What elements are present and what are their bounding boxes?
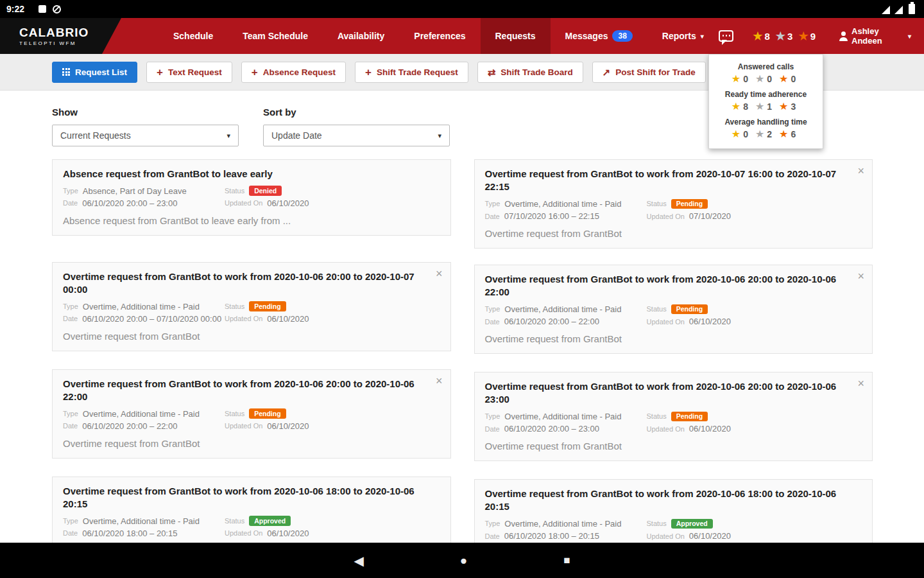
back-button[interactable]: ◀	[354, 554, 363, 567]
grid-icon	[62, 68, 70, 76]
close-icon[interactable]: ×	[857, 165, 864, 177]
nav-item-requests[interactable]: Requests	[481, 18, 551, 54]
silver-star-icon: ★	[755, 74, 764, 84]
status-label: Status	[225, 302, 244, 310]
request-column-left: Absence request from GrantBot to leave e…	[52, 159, 451, 578]
type-value: Overtime, Additional time - Paid	[504, 199, 621, 209]
requests-page: Show Current Requests ▾ Sort by Update D…	[0, 91, 924, 578]
messages-count-badge: 38	[612, 30, 632, 42]
android-status-bar: 9:22	[0, 0, 924, 18]
text-request-button[interactable]: + Text Request	[146, 62, 232, 83]
home-button[interactable]: ●	[460, 554, 467, 566]
request-card[interactable]: × Overtime request from GrantBot to work…	[474, 159, 873, 249]
chevron-down-icon: ▾	[227, 132, 230, 140]
status-badge: Denied	[249, 186, 282, 196]
sort-filter-value: Update Date	[271, 130, 322, 141]
show-filter-select[interactable]: Current Requests ▾	[52, 125, 239, 146]
gamification-row-scores: ★ 8 ★ 1 ★ 3	[714, 101, 817, 112]
nav-item-availability[interactable]: Availability	[323, 18, 399, 54]
gamification-panel: Answered calls ★ 0 ★ 0 ★ 0 Ready time ad…	[708, 54, 823, 149]
date-label: Date	[485, 532, 500, 540]
silver-star-icon: ★	[755, 101, 764, 112]
plus-icon: +	[252, 67, 258, 78]
nav-item-schedule[interactable]: Schedule	[158, 18, 228, 54]
sort-filter-select[interactable]: Update Date ▾	[263, 125, 450, 146]
close-icon[interactable]: ×	[436, 375, 443, 387]
request-body: Overtime request from GrantBot	[485, 228, 862, 239]
date-label: Date	[63, 199, 78, 207]
updated-value: 06/10/2020	[267, 314, 309, 324]
type-value: Overtime, Additional time - Paid	[83, 516, 200, 526]
updated-label: Updated On	[647, 318, 685, 326]
status-badge: Approved	[249, 516, 291, 526]
nav-item-preferences[interactable]: Preferences	[399, 18, 480, 54]
request-column-right: × Overtime request from GrantBot to work…	[474, 159, 873, 578]
chat-icon[interactable]	[719, 30, 734, 42]
status-badge: Pending	[671, 199, 708, 209]
request-title: Overtime request from GrantBot to work f…	[63, 485, 426, 511]
date-label: Date	[63, 422, 78, 430]
date-label: Date	[63, 315, 78, 322]
status-label: Status	[647, 412, 667, 420]
date-value: 06/10/2020 20:00 – 07/10/2020 00:00	[82, 314, 221, 324]
absence-request-button[interactable]: + Absence Request	[241, 62, 346, 83]
show-filter-value: Current Requests	[60, 130, 131, 141]
updated-label: Updated On	[647, 532, 685, 540]
status-time: 9:22	[6, 4, 24, 14]
calabrio-logo: CALABRIO TELEOPTI WFM	[0, 18, 121, 54]
request-card[interactable]: × Overtime request from GrantBot to work…	[52, 262, 451, 351]
request-title: Overtime request from GrantBot to work f…	[485, 168, 848, 194]
shift-trade-request-button[interactable]: + Shift Trade Request	[355, 62, 468, 83]
gamification-score-button[interactable]: ★ 8 ★ 3 ★ 9	[753, 31, 819, 42]
recents-button[interactable]: ■	[563, 555, 570, 566]
post-shift-for-trade-button[interactable]: ↗ Post Shift for Trade	[592, 62, 706, 83]
gamification-row-label: Answered calls	[714, 62, 817, 71]
type-label: Type	[485, 200, 501, 207]
status-badge: Pending	[249, 301, 286, 311]
status-label: Status	[225, 187, 244, 195]
bronze-star-icon: ★	[779, 129, 788, 139]
request-list-button[interactable]: Request List	[52, 62, 137, 83]
request-card[interactable]: × Overtime request from GrantBot to work…	[474, 372, 873, 461]
type-value: Overtime, Additional time - Paid	[504, 304, 621, 314]
request-card[interactable]: × Overtime request from GrantBot to work…	[474, 265, 873, 354]
gold-star-icon: ★	[732, 101, 740, 112]
status-label: Status	[647, 305, 667, 313]
close-icon[interactable]: ×	[857, 270, 864, 282]
request-body: Overtime request from GrantBot	[485, 333, 862, 344]
bronze-star-icon: ★	[798, 31, 808, 42]
request-card[interactable]: × Overtime request from GrantBot to work…	[52, 369, 451, 459]
request-body: Overtime request from GrantBot	[63, 331, 440, 342]
gamification-row-label: Average handling time	[714, 118, 817, 127]
date-label: Date	[63, 529, 78, 537]
gamification-row-scores: ★ 0 ★ 2 ★ 6	[714, 129, 817, 139]
main-nav: Schedule Team Schedule Availability Pref…	[158, 18, 719, 54]
type-value: Absence, Part of Day Leave	[83, 186, 187, 196]
navbar-right-cluster: ★ 8 ★ 3 ★ 9 Ashley Andeen ▾	[719, 26, 924, 46]
updated-value: 06/10/2020	[267, 421, 309, 431]
type-value: Overtime, Additional time - Paid	[83, 409, 200, 419]
date-label: Date	[485, 213, 500, 220]
bronze-star-icon: ★	[779, 74, 788, 84]
chevron-down-icon: ▾	[438, 132, 441, 140]
close-icon[interactable]: ×	[436, 268, 443, 279]
request-card[interactable]: Absence request from GrantBot to leave e…	[52, 159, 451, 236]
close-icon[interactable]: ×	[857, 378, 864, 389]
gamification-row-label: Ready time adherence	[714, 90, 817, 99]
user-avatar-icon	[839, 31, 847, 41]
user-menu[interactable]: Ashley Andeen ▾	[839, 26, 911, 46]
show-filter-label: Show	[52, 107, 239, 118]
request-card-grid: Absence request from GrantBot to leave e…	[52, 159, 873, 578]
date-value: 06/10/2020 20:00 – 23:00	[504, 424, 599, 434]
android-nav-bar: ◀ ● ■	[0, 543, 924, 578]
nav-item-team-schedule[interactable]: Team Schedule	[228, 18, 323, 54]
nav-item-messages[interactable]: Messages 38	[551, 18, 647, 54]
type-label: Type	[63, 187, 78, 195]
updated-value: 06/10/2020	[689, 317, 731, 326]
request-title: Overtime request from GrantBot to work f…	[63, 378, 426, 404]
status-badge: Pending	[249, 408, 286, 419]
shift-trade-board-button[interactable]: ⇄ Shift Trade Board	[477, 62, 583, 83]
nav-item-reports[interactable]: Reports ▾	[647, 18, 719, 54]
type-label: Type	[485, 305, 501, 313]
app-navbar: CALABRIO TELEOPTI WFM Schedule Team Sche…	[0, 18, 924, 54]
